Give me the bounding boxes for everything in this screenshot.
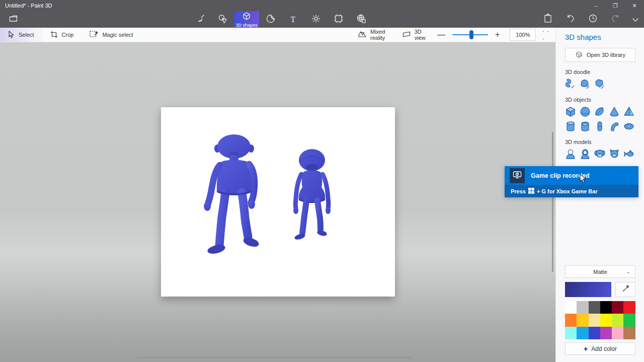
3d-library-icon bbox=[356, 14, 366, 26]
model-icons bbox=[565, 149, 638, 160]
fish-model-icon[interactable] bbox=[623, 149, 634, 160]
sharp-edge-doodle-icon[interactable] bbox=[594, 79, 605, 90]
palette-color-12[interactable] bbox=[565, 327, 577, 339]
current-color-swatch[interactable] bbox=[565, 282, 611, 297]
main-toolbar: 3D shapes T bbox=[0, 11, 644, 28]
zoom-out-button[interactable]: — bbox=[432, 30, 450, 39]
effects-tool[interactable] bbox=[304, 11, 327, 28]
notification-main[interactable]: Game clip recorded bbox=[505, 166, 638, 185]
vertical-scrollbar[interactable] bbox=[552, 132, 553, 272]
palette-color-16[interactable] bbox=[612, 327, 623, 339]
material-selected-value: Matte bbox=[593, 269, 607, 275]
restore-button[interactable]: ❐ bbox=[606, 0, 625, 11]
text-icon: T bbox=[291, 15, 296, 24]
sphere-shape-icon[interactable] bbox=[580, 106, 591, 117]
palette-color-17[interactable] bbox=[623, 327, 635, 339]
tube-doodle-icon[interactable] bbox=[565, 79, 576, 90]
palette-color-3[interactable] bbox=[600, 301, 612, 314]
man-model-icon[interactable] bbox=[565, 149, 576, 160]
menu-folder-icon bbox=[9, 15, 18, 24]
game-clip-notification[interactable]: Game clip recorded Press + G for Xbox Ga… bbox=[505, 166, 638, 197]
open-3d-library-button[interactable]: Open 3D library bbox=[565, 48, 635, 62]
collapse-toolbar-button[interactable] bbox=[627, 11, 644, 28]
palette-color-13[interactable] bbox=[577, 327, 588, 339]
zoom-slider[interactable] bbox=[452, 28, 488, 42]
text-tool[interactable]: T bbox=[282, 11, 304, 28]
mixed-reality-icon bbox=[358, 31, 366, 39]
cone-shape-icon[interactable] bbox=[609, 106, 620, 117]
drawing-canvas[interactable] bbox=[161, 107, 395, 297]
palette-color-11[interactable] bbox=[623, 314, 635, 326]
cylinder-shape-icon[interactable] bbox=[565, 121, 576, 132]
brushes-tool[interactable] bbox=[189, 11, 211, 28]
shortcut-text: + G for Xbox Game Bar bbox=[537, 188, 598, 194]
pyramid-shape-icon[interactable] bbox=[623, 106, 634, 117]
palette-color-4[interactable] bbox=[612, 301, 623, 314]
section-3d-models: 3D models bbox=[565, 139, 635, 145]
palette-color-10[interactable] bbox=[612, 314, 623, 326]
magic-select-button[interactable]: Magic select bbox=[82, 28, 141, 42]
capsule-shape-icon[interactable] bbox=[594, 121, 605, 132]
current-color-row bbox=[565, 282, 635, 297]
doughnut-shape-icon[interactable] bbox=[623, 121, 634, 132]
soft-edge-doodle-icon[interactable] bbox=[580, 79, 591, 90]
zoom-in-button[interactable]: + bbox=[490, 30, 505, 39]
female-figure[interactable] bbox=[289, 148, 335, 245]
notification-subtitle[interactable]: Press + G for Xbox Game Bar bbox=[505, 185, 638, 197]
zoom-slider-handle[interactable] bbox=[469, 30, 473, 39]
cat-model-icon[interactable] bbox=[609, 149, 620, 160]
3d-view-button[interactable]: 3D view bbox=[396, 29, 432, 41]
3d-library-tool[interactable] bbox=[350, 11, 372, 28]
minimize-button[interactable]: – bbox=[587, 0, 606, 11]
section-3d-doodle: 3D doodle bbox=[565, 69, 635, 75]
panel-title: 3D shapes bbox=[565, 33, 635, 41]
rounded-cylinder-shape-icon[interactable] bbox=[580, 121, 591, 132]
ribbon-right: Mixed reality 3D view — + 100% · · · bbox=[352, 28, 557, 42]
close-button[interactable]: ✕ bbox=[625, 0, 644, 11]
toolbar-right bbox=[536, 11, 644, 28]
palette-color-1[interactable] bbox=[577, 301, 588, 314]
palette-color-5[interactable] bbox=[623, 301, 635, 314]
stickers-tool[interactable] bbox=[259, 11, 282, 28]
paste-button[interactable] bbox=[536, 11, 559, 28]
history-button[interactable] bbox=[582, 11, 604, 28]
palette-color-0[interactable] bbox=[565, 301, 577, 314]
section-3d-objects: 3D objects bbox=[565, 97, 635, 103]
crop-label: Crop bbox=[62, 32, 74, 38]
2d-shapes-tool[interactable] bbox=[211, 11, 234, 28]
canvas-tool[interactable] bbox=[327, 11, 350, 28]
eyedropper-button[interactable] bbox=[615, 282, 635, 297]
palette-color-7[interactable] bbox=[577, 314, 588, 326]
dog-model-icon[interactable] bbox=[594, 149, 605, 160]
brush-icon bbox=[195, 14, 205, 26]
3d-shapes-tool[interactable]: 3D shapes bbox=[234, 11, 259, 28]
crop-tool-button[interactable]: Crop bbox=[42, 28, 82, 42]
palette-color-15[interactable] bbox=[600, 327, 612, 339]
male-figure[interactable] bbox=[203, 134, 266, 258]
hemisphere-shape-icon[interactable] bbox=[594, 106, 605, 117]
palette-color-9[interactable] bbox=[600, 314, 612, 326]
zoom-level-value[interactable]: 100% bbox=[510, 29, 536, 41]
select-label: Select bbox=[19, 32, 34, 38]
palette-color-2[interactable] bbox=[589, 301, 600, 314]
add-color-button[interactable]: + Add color bbox=[565, 342, 635, 355]
add-color-label: Add color bbox=[591, 345, 617, 352]
curved-tube-shape-icon[interactable] bbox=[609, 121, 620, 132]
mouse-cursor bbox=[580, 174, 586, 185]
palette-color-8[interactable] bbox=[589, 314, 600, 326]
material-dropdown[interactable]: Matte ⌄ bbox=[565, 265, 635, 278]
3d-view-label: 3D view bbox=[415, 29, 426, 41]
palette-color-14[interactable] bbox=[589, 327, 600, 339]
cube-shape-icon[interactable] bbox=[565, 106, 576, 117]
tool-cluster: 3D shapes T bbox=[189, 11, 372, 28]
select-tool-button[interactable]: Select bbox=[0, 28, 42, 42]
menu-button[interactable] bbox=[7, 13, 19, 25]
redo-button[interactable] bbox=[604, 11, 627, 28]
undo-button[interactable] bbox=[559, 11, 582, 28]
horizontal-scrollbar[interactable] bbox=[137, 356, 413, 358]
palette-color-6[interactable] bbox=[565, 314, 577, 326]
more-options-button[interactable]: · · · bbox=[536, 27, 557, 42]
woman-model-icon[interactable] bbox=[580, 149, 591, 160]
3d-shapes-label: 3D shapes bbox=[235, 23, 257, 28]
mixed-reality-button[interactable]: Mixed reality bbox=[352, 29, 396, 41]
